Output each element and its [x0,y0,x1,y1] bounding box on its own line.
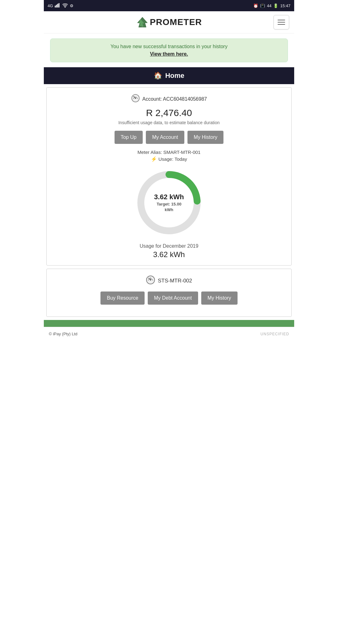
my-history-button-1[interactable]: My History [187,131,224,144]
sts-meter-name: STS-MTR-002 [158,278,192,284]
status-bar: 4G ⚙ ⏰ 📳 44 🔋 15:47 [44,0,294,11]
battery-text: 44 [267,3,271,8]
status-left: 4G ⚙ [48,3,74,8]
vibrate-icon: 📳 [260,3,265,8]
logo-text: PROMETER [150,17,202,27]
status-right: ⏰ 📳 44 🔋 15:47 [253,3,290,8]
my-account-button[interactable]: My Account [146,131,184,144]
alarm-icon: ⏰ [253,3,258,8]
svg-rect-1 [56,5,57,8]
svg-point-9 [135,98,136,99]
notification-link[interactable]: View them here. [57,51,281,57]
copyright-text: © iPay (Pty) Ltd [49,332,77,336]
hamburger-button[interactable] [274,15,289,29]
page-footer: © iPay (Pty) Ltd UNSPECIFIED [44,327,294,341]
svg-rect-3 [59,3,59,8]
gauge-icon-2 [146,275,155,287]
signal-bars-icon [55,3,60,8]
unspecified-label: UNSPECIFIED [260,332,289,336]
battery-icon: 🔋 [273,3,278,8]
my-debt-account-button[interactable]: My Debt Account [148,292,198,305]
gauge-icon-1 [131,94,140,104]
meter-card-2: STS-MTR-002 Buy Resource My Debt Account… [46,269,292,317]
svg-rect-2 [57,4,58,8]
my-history-button-2[interactable]: My History [201,292,238,305]
home-icon: 🏠 [154,72,162,80]
action-button-row-1: Top Up My Account My History [52,131,286,144]
sts-header: STS-MTR-002 [52,275,286,287]
wifi-icon [62,3,68,8]
signal-text: 4G [48,3,53,8]
usage-today-label: ⚡ Usage: Today [52,156,286,162]
app-header: PROMETER [44,11,294,33]
donut-chart-container: 3.62 kWh Target: 15.00 kWh [52,168,286,237]
donut-target: Target: 15.00 kWh [156,202,181,212]
bolt-icon: ⚡ [151,156,157,162]
action-button-row-2: Buy Resource My Debt Account My History [52,292,286,305]
top-up-button[interactable]: Top Up [115,131,143,144]
account-row: Account: ACC604814056987 [52,94,286,104]
usage-today-text: Usage: Today [158,156,187,162]
buy-resource-button[interactable]: Buy Resource [100,292,145,305]
hamburger-line-3 [278,24,285,25]
home-header-bar: 🏠 Home [44,67,294,84]
home-title: Home [165,72,184,80]
balance-subtitle: Insufficient usage data, to estimate bal… [52,120,286,125]
prometer-tree-logo [136,17,149,28]
hamburger-line-2 [278,22,285,23]
time-display: 15:47 [280,3,290,8]
logo-container: PROMETER [136,17,202,28]
svg-rect-0 [55,6,56,8]
usage-kwh-value: 3.62 kWh [52,250,286,259]
hamburger-line-1 [278,20,285,20]
balance-amount: R 2,476.40 [52,108,286,118]
meter-card-1: Account: ACC604814056987 R 2,476.40 Insu… [46,87,292,266]
notification-main-text: You have new successful transactions in … [57,44,281,49]
meter-alias: Meter Alias: SMART-MTR-001 [52,150,286,155]
green-footer-bar [44,320,294,327]
usb-icon: ⚙ [70,3,74,8]
account-label: Account: ACC604814056987 [142,96,207,102]
svg-point-4 [65,7,65,7]
usage-month-label: Usage for December 2019 [52,243,286,249]
svg-point-13 [150,279,151,281]
donut-center: 3.62 kWh Target: 15.00 kWh [152,193,186,212]
svg-rect-14 [150,277,151,279]
donut-wrapper: 3.62 kWh Target: 15.00 kWh [135,168,203,237]
donut-value: 3.62 kWh [152,193,186,201]
notification-banner: You have new successful transactions in … [50,38,288,62]
